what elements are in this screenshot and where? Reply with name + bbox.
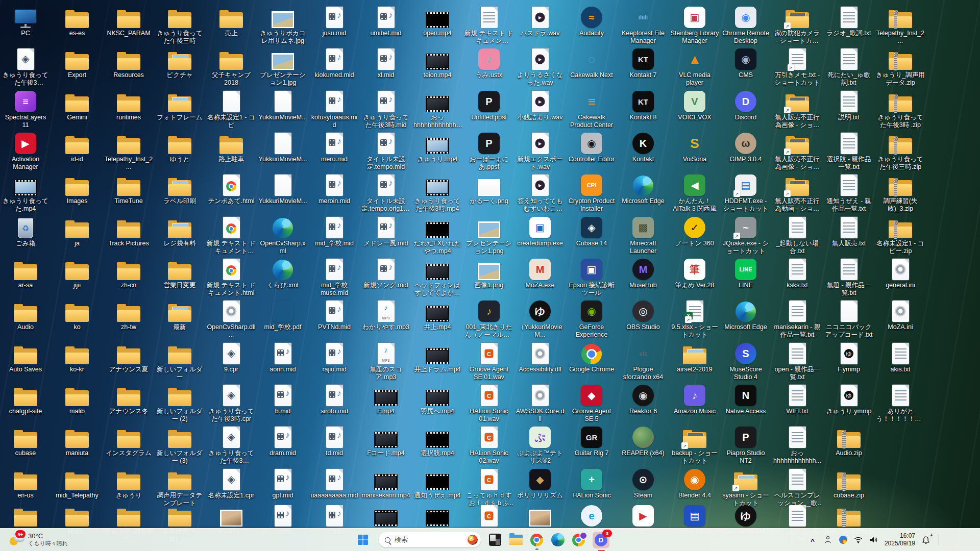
desktop-icon[interactable]: Google Chrome bbox=[567, 340, 616, 373]
desktop-icon[interactable]: LINELINE bbox=[721, 256, 770, 289]
desktop-icon[interactable]: WIFI.txt bbox=[773, 382, 822, 415]
desktop-icon[interactable]: ♪PVTNd.mid bbox=[310, 297, 359, 331]
desktop-icon[interactable]: 画像1.png bbox=[464, 256, 513, 289]
desktop-icon[interactable]: CHALion Sonic 01.wav bbox=[464, 382, 513, 423]
desktop-icon[interactable]: ♪td.mid bbox=[310, 423, 359, 457]
desktop-icon[interactable]: _起動しない場合.txt bbox=[773, 214, 822, 255]
taskbar-app-edge[interactable] bbox=[551, 533, 565, 547]
desktop-icon[interactable]: きゅうりボカコレ用サムネ.jpg bbox=[258, 4, 307, 45]
desktop-icon[interactable]: MoZA.ini bbox=[876, 297, 925, 331]
desktop-icon[interactable]: ♪gpt.mid bbox=[258, 466, 307, 499]
desktop-icon[interactable]: Gemini bbox=[53, 88, 102, 121]
desktop-icon[interactable]: ♪mero.mid bbox=[310, 130, 359, 163]
desktop-icon[interactable]: 井上ドラム.mp4 bbox=[413, 340, 462, 373]
taskbar-app-chrome[interactable] bbox=[530, 533, 544, 547]
desktop-icon[interactable]: ▲VLC media player bbox=[670, 45, 719, 87]
desktop-icon[interactable]: 新規 テキスト ドキュメント (2).html bbox=[207, 214, 256, 255]
desktop-icon[interactable]: Telepathy_Inst_2... bbox=[876, 4, 925, 45]
weather-widget[interactable]: 9+ 30°C くもり時々晴れ bbox=[5, 529, 72, 551]
desktop-icon[interactable]: 井上.mp4 bbox=[413, 297, 462, 331]
desktop-icon[interactable]: ♪メドレー風.mid bbox=[361, 214, 410, 247]
desktop-icon[interactable]: chatgpt-site bbox=[1, 382, 50, 415]
desktop-icon[interactable]: アナウンス夏 bbox=[104, 340, 153, 373]
desktop-icon[interactable]: ▣Steinberg Library Manager bbox=[670, 4, 719, 45]
desktop-icon[interactable]: ↗万引きメモ.txt - ショートカット bbox=[773, 45, 822, 87]
desktop-icon[interactable]: PC bbox=[1, 4, 50, 37]
desktop-icon[interactable]: ♪きゅうり食ってた午後3時.mid bbox=[361, 88, 410, 129]
desktop-icon[interactable]: runtimes bbox=[104, 88, 153, 121]
desktop-icon[interactable]: ♪mid_学校 muse.mid bbox=[310, 256, 359, 297]
desktop-icon[interactable]: es-es bbox=[53, 4, 102, 37]
desktop-icon[interactable]: ◈9.cpr bbox=[207, 340, 256, 373]
desktop-icon[interactable]: きゅうり.mp4 bbox=[413, 130, 462, 163]
desktop-icon[interactable]: ◈きゅうり食ってた午後3時-01.cpr bbox=[1, 45, 50, 87]
desktop-icon[interactable]: Export bbox=[53, 45, 102, 79]
desktop-icon[interactable]: ar-sa bbox=[1, 256, 50, 289]
desktop-icon[interactable]: ♪MP3無題のスコア.mp3 bbox=[361, 340, 410, 381]
desktop-icon[interactable]: ▶Activation Manager bbox=[1, 130, 50, 171]
desktop-icon[interactable]: インスタグラム bbox=[104, 423, 153, 457]
desktop-icon[interactable]: NKSC_PARAM bbox=[104, 4, 153, 37]
desktop-icon[interactable]: X↗9.5.xlsx - ショートカット bbox=[670, 297, 719, 339]
desktop-icon[interactable]: ▩Minecraft Launcher bbox=[619, 214, 668, 255]
desktop-icon[interactable]: ◉Chrome Remote Desktop bbox=[721, 4, 770, 45]
volume-icon[interactable] bbox=[869, 534, 878, 546]
desktop-icon[interactable]: ▶よりうるさくなった.wav bbox=[516, 45, 565, 87]
search-input[interactable]: 検索 bbox=[379, 532, 481, 547]
desktop-icon[interactable]: プレゼンテーション1.png bbox=[464, 214, 513, 255]
desktop-icon[interactable]: ▶新規エクスポート.wav bbox=[516, 130, 565, 171]
desktop-icon[interactable]: 筆筆まめ Ver.28 bbox=[670, 256, 719, 289]
desktop-icon[interactable]: 選択肢.mp4 bbox=[413, 423, 462, 457]
desktop-icon[interactable]: ⊙Steam bbox=[619, 466, 668, 499]
desktop-icon[interactable]: zh-cn bbox=[104, 256, 153, 289]
desktop-icon[interactable]: YukkuriMovieM... bbox=[258, 130, 307, 163]
desktop-icon[interactable]: ωGIMP 3.0.4 bbox=[721, 130, 770, 163]
desktop-icon[interactable]: 父子キャンプ2018 bbox=[207, 45, 256, 87]
desktop-icon[interactable]: ♪sirofo.mid bbox=[310, 382, 359, 415]
taskbar-app-chrome-profile[interactable] bbox=[572, 533, 585, 547]
desktop-icon[interactable]: ゆうと bbox=[155, 130, 204, 163]
desktop-icon[interactable]: ılıılıKeepforest File Manager bbox=[619, 4, 668, 45]
desktop-icon[interactable]: ↗無人販売不正行為動画 - ショートカット bbox=[773, 171, 822, 213]
desktop-icon[interactable]: ♪タイトル未設定.tempo.orig1.mid bbox=[361, 171, 410, 213]
desktop-icon[interactable]: YukkuriMovieM... bbox=[258, 88, 307, 121]
desktop-icon[interactable]: ぷぷよぷよ™テトリス®2 bbox=[516, 423, 565, 465]
desktop-icon[interactable]: Fコード.mp4 bbox=[361, 423, 410, 457]
desktop-icon[interactable]: 売上 bbox=[207, 4, 256, 37]
desktop-icon[interactable]: jijii bbox=[53, 256, 102, 289]
desktop-icon[interactable]: ヘルスコンプレッション__歌詞.txt bbox=[773, 466, 822, 507]
desktop-icon[interactable]: ありがとう！！！！！！.txt bbox=[876, 382, 925, 423]
desktop-icon[interactable]: ↗無人販売不正行為画像 - ショートカッ... bbox=[773, 88, 822, 129]
desktop-icon[interactable]: ♻ごみ箱 bbox=[1, 214, 50, 247]
desktop-icon[interactable]: ≈Audacity bbox=[567, 4, 616, 37]
desktop-icon[interactable]: CGroove Agent SE 01.wav bbox=[464, 340, 513, 381]
desktop-icon[interactable]: きゅうり食ってた.mp4 bbox=[1, 171, 50, 213]
desktop-icon[interactable]: ♪xl.mid bbox=[361, 45, 410, 79]
desktop-icon[interactable]: きゅうり食ってた午後三時 bbox=[155, 4, 204, 45]
desktop-icon[interactable]: ◎OBS Studio bbox=[619, 297, 668, 331]
desktop-icon[interactable]: manisekarin - 親作品一覧.txt bbox=[773, 297, 822, 339]
desktop-icon[interactable]: CPICrypton Product Installer bbox=[567, 171, 616, 213]
desktop-icon[interactable]: NNative Access bbox=[721, 382, 770, 415]
desktop-icon[interactable]: 新規 テキスト ドキュメント.musicxml bbox=[464, 4, 513, 45]
desktop-icon[interactable]: +HALion Sonic bbox=[567, 466, 616, 499]
wifi-icon[interactable] bbox=[854, 534, 863, 546]
desktop-icon[interactable]: ♪タイトル未設定.tempo.mid bbox=[361, 130, 410, 171]
desktop-icon[interactable]: ↗無人販売不正行為画像 - ショートカット bbox=[773, 130, 822, 171]
desktop-icon[interactable]: Images bbox=[53, 171, 102, 205]
desktop-icon[interactable]: かるーく.png bbox=[464, 171, 513, 205]
desktop-icon[interactable]: ▶答え知っててもむずいわこれ.wav bbox=[516, 171, 565, 213]
desktop-icon[interactable]: F.mp4 bbox=[361, 382, 410, 415]
desktop-icon[interactable] bbox=[1, 502, 50, 528]
desktop-icon[interactable]: Pおーばーまにあ.ppsf bbox=[464, 130, 513, 171]
desktop-icon[interactable]: Resources bbox=[104, 45, 153, 79]
desktop-icon[interactable]: general.ini bbox=[876, 256, 925, 289]
desktop-icon[interactable]: プレゼンテーション1.jpg bbox=[258, 45, 307, 87]
desktop-icon[interactable]: ◈Cubase 14 bbox=[567, 214, 616, 247]
desktop-icon[interactable]: CHALion Sonic 02.wav bbox=[464, 423, 513, 465]
desktop-icon[interactable]: ゆきゅうり.ymmp bbox=[824, 382, 873, 415]
tray-app-icon[interactable] bbox=[839, 534, 848, 546]
desktop-icon[interactable]: レジ袋有料 bbox=[155, 214, 204, 247]
desktop-icon[interactable]: open - 親作品一覧.txt bbox=[773, 340, 822, 381]
desktop-icon[interactable]: 死にたい_ゅ歌詞.txt bbox=[824, 45, 873, 87]
